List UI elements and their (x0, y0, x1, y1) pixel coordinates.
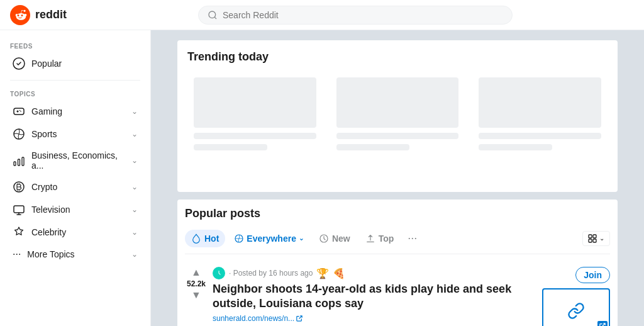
trending-card-3-line1 (479, 133, 601, 139)
layout-toggle-button[interactable]: ⌄ (582, 231, 610, 246)
reddit-logo-link[interactable]: reddit (10, 5, 67, 25)
popular-label: Popular (31, 59, 138, 69)
trending-card-2-line1 (336, 133, 459, 139)
post-thumbnail[interactable] (542, 288, 610, 326)
filter-everywhere-button[interactable]: Everywhere ⌄ (228, 230, 310, 247)
trending-title: Trending today (187, 50, 608, 64)
svg-rect-12 (22, 157, 24, 166)
more-topics-label: More Topics (27, 249, 125, 259)
svg-rect-18 (593, 235, 596, 238)
post-emoji-1: 🏆 (316, 267, 329, 279)
external-link-icon (296, 315, 303, 322)
trending-card-1-line1 (194, 133, 316, 139)
crypto-label: Crypto (31, 182, 125, 192)
svg-rect-17 (589, 235, 592, 238)
popular-posts-title: Popular posts (185, 207, 610, 220)
sidebar-item-crypto[interactable]: Crypto ⌄ (3, 176, 148, 198)
business-chevron: ⌄ (131, 156, 138, 165)
gaming-label: Gaming (31, 106, 125, 116)
post-meta: · Posted by 16 hours ago 🏆 🍕 (213, 267, 537, 279)
filter-new-button[interactable]: New (313, 230, 357, 247)
sidebar-divider-1 (10, 80, 140, 81)
svg-rect-19 (589, 239, 592, 242)
television-icon (13, 203, 25, 216)
svg-rect-20 (593, 239, 596, 242)
thumbnail-badge (597, 321, 608, 326)
crypto-chevron: ⌄ (131, 183, 138, 191)
reddit-wordmark: reddit (35, 8, 67, 21)
layout-icon (588, 234, 597, 243)
sidebar-item-business[interactable]: Business, Economics, a... ⌄ (3, 145, 148, 176)
sidebar-item-more-topics[interactable]: ··· More Topics ⌄ (3, 244, 148, 265)
celebrity-icon (13, 226, 25, 239)
svg-rect-14 (14, 206, 24, 213)
feeds-section-label: FEEDS (0, 38, 150, 52)
television-chevron: ⌄ (131, 205, 138, 214)
sidebar-item-celebrity[interactable]: Celebrity ⌄ (3, 221, 148, 244)
post-subreddit-icon (213, 267, 225, 279)
trending-card-1-img (194, 77, 316, 128)
content-wrapper: Trending today (177, 40, 618, 326)
svg-rect-6 (14, 108, 24, 115)
join-button[interactable]: Join (575, 267, 610, 283)
trending-card-2-line2 (336, 144, 410, 150)
sports-label: Sports (31, 129, 125, 139)
app-header: reddit (0, 0, 644, 30)
svg-rect-11 (18, 159, 20, 166)
post-title[interactable]: Neighbor shoots 14-year-old as kids play… (213, 282, 537, 312)
sidebar-item-sports[interactable]: Sports ⌄ (3, 123, 148, 145)
filter-bar: Hot Everywhere ⌄ (185, 228, 610, 254)
trending-section: Trending today (177, 40, 618, 192)
search-input[interactable] (223, 10, 503, 20)
post-external-link[interactable]: sunherald.com/news/n... (213, 314, 537, 323)
new-icon (319, 233, 329, 244)
trending-card-1-line2 (194, 144, 267, 150)
trending-card-2[interactable] (330, 71, 465, 172)
post-right-column: Join (542, 267, 610, 326)
sports-icon (13, 128, 25, 140)
popular-posts-section: Popular posts Hot Everywher (177, 200, 618, 326)
downvote-button[interactable]: ▼ (191, 289, 201, 301)
everywhere-icon (234, 233, 244, 244)
trending-card-1[interactable] (187, 71, 323, 172)
more-topics-icon: ··· (13, 249, 21, 260)
trending-card-2-img (336, 77, 459, 128)
popular-icon (13, 57, 25, 70)
more-topics-chevron: ⌄ (131, 250, 138, 259)
post-emoji-2: 🍕 (333, 267, 345, 279)
svg-line-4 (214, 17, 216, 19)
post-vote-column: ▲ 52.2k ▼ (185, 267, 208, 301)
filter-more-button[interactable]: ··· (402, 228, 422, 249)
sidebar-item-gaming[interactable]: Gaming ⌄ (3, 100, 148, 123)
search-bar (198, 6, 513, 25)
celebrity-label: Celebrity (31, 227, 125, 237)
celebrity-chevron: ⌄ (131, 228, 138, 237)
business-icon (13, 154, 25, 167)
top-icon (365, 233, 375, 244)
layout-chevron: ⌄ (599, 235, 604, 242)
sidebar: FEEDS Popular TOPICS Gaming ⌄ (0, 30, 151, 326)
hot-icon (191, 233, 201, 244)
post-body: · Posted by 16 hours ago 🏆 🍕 Neighbor sh… (213, 267, 537, 323)
trending-card-3[interactable] (472, 71, 608, 172)
sports-chevron: ⌄ (131, 130, 138, 138)
gaming-chevron: ⌄ (131, 107, 138, 116)
filter-hot-button[interactable]: Hot (185, 230, 225, 247)
main-layout: FEEDS Popular TOPICS Gaming ⌄ (0, 30, 644, 326)
svg-point-3 (209, 11, 216, 18)
post-item: ▲ 52.2k ▼ · Posted by 16 hours ago 🏆 🍕 (185, 262, 610, 326)
gaming-icon (13, 105, 25, 118)
svg-point-7 (20, 111, 21, 112)
link-icon (567, 302, 585, 320)
main-content: Trending today (151, 30, 644, 326)
television-label: Television (31, 205, 125, 215)
upvote-button[interactable]: ▲ (191, 267, 201, 278)
svg-point-8 (19, 110, 21, 111)
sidebar-item-popular[interactable]: Popular (3, 52, 148, 75)
sidebar-item-television[interactable]: Television ⌄ (3, 198, 148, 221)
filter-top-button[interactable]: Top (359, 230, 401, 247)
vote-count: 52.2k (187, 279, 206, 288)
post-meta-text: · Posted by 16 hours ago (229, 269, 313, 278)
svg-point-1 (18, 14, 19, 16)
topics-section-label: TOPICS (0, 86, 150, 100)
